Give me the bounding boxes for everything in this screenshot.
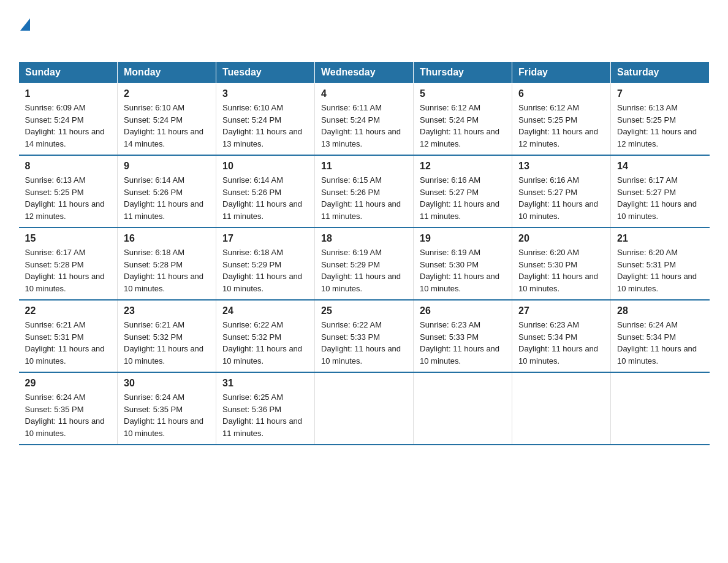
day-info: Sunrise: 6:11 AMSunset: 5:24 PMDaylight:… [321, 103, 401, 148]
calendar-table: SundayMondayTuesdayWednesdayThursdayFrid… [18, 61, 710, 445]
day-number: 4 [321, 88, 407, 99]
logo [18, 18, 30, 49]
calendar-week-row: 15Sunrise: 6:17 AMSunset: 5:28 PMDayligh… [19, 228, 710, 300]
day-number: 19 [420, 233, 506, 244]
calendar-cell [315, 372, 414, 445]
day-info: Sunrise: 6:16 AMSunset: 5:27 PMDaylight:… [420, 175, 499, 221]
calendar-cell: 6Sunrise: 6:12 AMSunset: 5:25 PMDaylight… [512, 83, 611, 156]
calendar-cell: 18Sunrise: 6:19 AMSunset: 5:29 PMDayligh… [315, 228, 414, 300]
day-number: 20 [518, 233, 604, 244]
day-info: Sunrise: 6:20 AMSunset: 5:30 PMDaylight:… [518, 248, 598, 293]
day-number: 17 [222, 233, 308, 244]
day-number: 31 [222, 378, 308, 389]
day-info: Sunrise: 6:24 AMSunset: 5:35 PMDaylight:… [124, 393, 203, 438]
calendar-cell: 16Sunrise: 6:18 AMSunset: 5:28 PMDayligh… [118, 228, 216, 300]
calendar-cell: 26Sunrise: 6:23 AMSunset: 5:33 PMDayligh… [414, 300, 512, 372]
day-number: 8 [25, 161, 112, 172]
calendar-cell: 28Sunrise: 6:24 AMSunset: 5:34 PMDayligh… [611, 300, 710, 372]
day-number: 3 [222, 88, 308, 99]
day-info: Sunrise: 6:21 AMSunset: 5:32 PMDaylight:… [124, 320, 203, 366]
day-info: Sunrise: 6:12 AMSunset: 5:25 PMDaylight:… [518, 103, 598, 148]
calendar-cell: 31Sunrise: 6:25 AMSunset: 5:36 PMDayligh… [216, 372, 315, 445]
calendar-week-row: 22Sunrise: 6:21 AMSunset: 5:31 PMDayligh… [19, 300, 710, 372]
header-thursday: Thursday [414, 62, 512, 83]
day-number: 6 [518, 88, 604, 99]
day-info: Sunrise: 6:20 AMSunset: 5:31 PMDaylight:… [617, 248, 697, 293]
day-info: Sunrise: 6:13 AMSunset: 5:25 PMDaylight:… [25, 175, 105, 221]
day-info: Sunrise: 6:13 AMSunset: 5:25 PMDaylight:… [617, 103, 697, 148]
calendar-cell: 29Sunrise: 6:24 AMSunset: 5:35 PMDayligh… [19, 372, 118, 445]
day-info: Sunrise: 6:22 AMSunset: 5:33 PMDaylight:… [321, 320, 401, 366]
day-info: Sunrise: 6:12 AMSunset: 5:24 PMDaylight:… [420, 103, 499, 148]
day-info: Sunrise: 6:10 AMSunset: 5:24 PMDaylight:… [222, 103, 302, 148]
day-number: 22 [25, 305, 112, 316]
day-number: 28 [617, 305, 703, 316]
day-info: Sunrise: 6:24 AMSunset: 5:35 PMDaylight:… [25, 393, 105, 438]
calendar-cell: 7Sunrise: 6:13 AMSunset: 5:25 PMDaylight… [611, 83, 710, 156]
calendar-week-row: 8Sunrise: 6:13 AMSunset: 5:25 PMDaylight… [19, 155, 710, 228]
calendar-cell: 11Sunrise: 6:15 AMSunset: 5:26 PMDayligh… [315, 155, 414, 228]
day-number: 15 [25, 233, 112, 244]
calendar-header-row: SundayMondayTuesdayWednesdayThursdayFrid… [19, 62, 710, 83]
day-number: 23 [124, 305, 210, 316]
calendar-week-row: 29Sunrise: 6:24 AMSunset: 5:35 PMDayligh… [19, 372, 710, 445]
day-info: Sunrise: 6:24 AMSunset: 5:34 PMDaylight:… [617, 320, 697, 366]
day-number: 12 [420, 161, 506, 172]
header-tuesday: Tuesday [216, 62, 315, 83]
calendar-cell: 3Sunrise: 6:10 AMSunset: 5:24 PMDaylight… [216, 83, 315, 156]
day-info: Sunrise: 6:15 AMSunset: 5:26 PMDaylight:… [321, 175, 401, 221]
calendar-cell: 8Sunrise: 6:13 AMSunset: 5:25 PMDaylight… [19, 155, 118, 228]
day-number: 26 [420, 305, 506, 316]
day-number: 5 [420, 88, 506, 99]
calendar-cell: 13Sunrise: 6:16 AMSunset: 5:27 PMDayligh… [512, 155, 611, 228]
day-number: 27 [518, 305, 604, 316]
calendar-cell: 14Sunrise: 6:17 AMSunset: 5:27 PMDayligh… [611, 155, 710, 228]
day-info: Sunrise: 6:21 AMSunset: 5:31 PMDaylight:… [25, 320, 105, 366]
page-header [18, 18, 710, 49]
calendar-week-row: 1Sunrise: 6:09 AMSunset: 5:24 PMDaylight… [19, 83, 710, 156]
day-info: Sunrise: 6:19 AMSunset: 5:30 PMDaylight:… [420, 248, 499, 293]
header-sunday: Sunday [19, 62, 118, 83]
day-number: 30 [124, 378, 210, 389]
day-info: Sunrise: 6:09 AMSunset: 5:24 PMDaylight:… [25, 103, 105, 148]
day-number: 10 [222, 161, 308, 172]
day-number: 1 [25, 88, 112, 99]
header-wednesday: Wednesday [315, 62, 414, 83]
calendar-cell: 1Sunrise: 6:09 AMSunset: 5:24 PMDaylight… [19, 83, 118, 156]
day-number: 24 [222, 305, 308, 316]
header-saturday: Saturday [611, 62, 710, 83]
calendar-cell [512, 372, 611, 445]
day-number: 21 [617, 233, 703, 244]
day-number: 11 [321, 161, 407, 172]
calendar-cell: 27Sunrise: 6:23 AMSunset: 5:34 PMDayligh… [512, 300, 611, 372]
day-info: Sunrise: 6:19 AMSunset: 5:29 PMDaylight:… [321, 248, 401, 293]
calendar-cell: 30Sunrise: 6:24 AMSunset: 5:35 PMDayligh… [118, 372, 216, 445]
logo-triangle [20, 18, 30, 31]
calendar-cell: 9Sunrise: 6:14 AMSunset: 5:26 PMDaylight… [118, 155, 216, 228]
calendar-cell: 20Sunrise: 6:20 AMSunset: 5:30 PMDayligh… [512, 228, 611, 300]
day-number: 16 [124, 233, 210, 244]
day-number: 9 [124, 161, 210, 172]
calendar-cell: 19Sunrise: 6:19 AMSunset: 5:30 PMDayligh… [414, 228, 512, 300]
header-friday: Friday [512, 62, 611, 83]
day-info: Sunrise: 6:23 AMSunset: 5:34 PMDaylight:… [518, 320, 598, 366]
calendar-cell: 25Sunrise: 6:22 AMSunset: 5:33 PMDayligh… [315, 300, 414, 372]
calendar-cell: 15Sunrise: 6:17 AMSunset: 5:28 PMDayligh… [19, 228, 118, 300]
day-info: Sunrise: 6:18 AMSunset: 5:28 PMDaylight:… [124, 248, 203, 293]
calendar-cell: 17Sunrise: 6:18 AMSunset: 5:29 PMDayligh… [216, 228, 315, 300]
day-number: 2 [124, 88, 210, 99]
calendar-cell: 5Sunrise: 6:12 AMSunset: 5:24 PMDaylight… [414, 83, 512, 156]
day-number: 7 [617, 88, 703, 99]
day-info: Sunrise: 6:25 AMSunset: 5:36 PMDaylight:… [222, 393, 302, 438]
calendar-cell: 22Sunrise: 6:21 AMSunset: 5:31 PMDayligh… [19, 300, 118, 372]
day-info: Sunrise: 6:23 AMSunset: 5:33 PMDaylight:… [420, 320, 499, 366]
day-info: Sunrise: 6:22 AMSunset: 5:32 PMDaylight:… [222, 320, 302, 366]
day-info: Sunrise: 6:10 AMSunset: 5:24 PMDaylight:… [124, 103, 203, 148]
day-info: Sunrise: 6:14 AMSunset: 5:26 PMDaylight:… [222, 175, 302, 221]
day-info: Sunrise: 6:17 AMSunset: 5:27 PMDaylight:… [617, 175, 697, 221]
calendar-cell: 12Sunrise: 6:16 AMSunset: 5:27 PMDayligh… [414, 155, 512, 228]
day-info: Sunrise: 6:18 AMSunset: 5:29 PMDaylight:… [222, 248, 302, 293]
calendar-cell [414, 372, 512, 445]
day-number: 29 [25, 378, 112, 389]
day-number: 18 [321, 233, 407, 244]
